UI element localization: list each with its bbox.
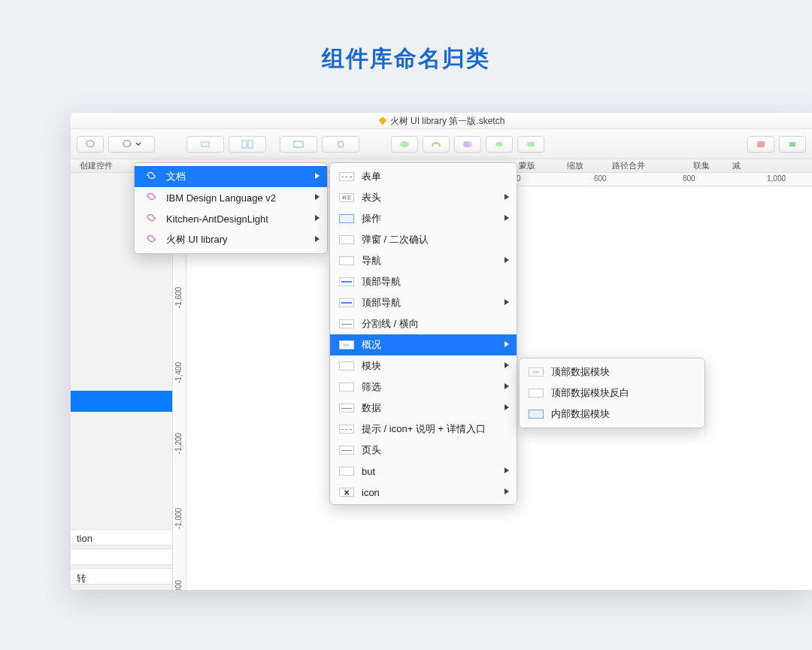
submenu-arrow-icon [504, 362, 509, 368]
menu-item[interactable]: 顶部数据模块反白 [520, 382, 704, 404]
svg-rect-2 [242, 141, 247, 148]
submenu-arrow-icon [504, 215, 509, 221]
menu-item-label: 内部数据模块 [551, 407, 610, 421]
submenu-arrow-icon [315, 236, 320, 242]
menu-item-label: but [362, 466, 375, 477]
combine-button[interactable] [454, 136, 481, 153]
menu-item[interactable]: 内部数据模块 [520, 404, 704, 425]
library-link-icon [144, 234, 159, 245]
titlebar: 火树 UI library 第一版.sketch [71, 113, 812, 129]
menu-item[interactable]: 分割线 / 横向 [330, 313, 517, 334]
symbol-thumbnail-icon [339, 193, 354, 202]
library-icon [146, 192, 156, 204]
symbol-thumbnail-icon [529, 410, 544, 419]
menu-item[interactable]: 表头 [330, 187, 517, 208]
toolbar [71, 129, 812, 159]
menu-item[interactable]: 顶部导航 [330, 271, 517, 292]
menu-item[interactable]: 弹窗 / 二次确认 [330, 229, 517, 250]
svg-point-8 [466, 141, 472, 147]
menu-item-label: icon [362, 487, 380, 498]
selected-layer[interactable] [71, 391, 172, 412]
menu-item[interactable]: 页头 [330, 440, 517, 461]
svg-marker-0 [379, 117, 386, 125]
sketch-app-icon [378, 114, 387, 123]
menu-item[interactable]: 火树 UI library [135, 229, 327, 250]
page-title: 组件库命名归类 [0, 0, 812, 104]
align-button-2[interactable] [229, 136, 266, 153]
right-button-1[interactable] [747, 136, 774, 153]
label-union: 联集 [693, 160, 710, 171]
symbol-thumbnail-icon [529, 367, 544, 376]
svg-rect-1 [201, 142, 209, 147]
submenu-arrow-icon [504, 404, 509, 410]
symbol-thumbnail-icon [339, 256, 354, 265]
align-button-1[interactable] [186, 136, 224, 153]
menu-item[interactable]: IBM Design Language v2 [135, 187, 327, 208]
transform-button-2[interactable] [322, 136, 359, 153]
menu-item-label: 弹窗 / 二次确认 [362, 233, 429, 246]
layer-row-1[interactable]: tion [71, 529, 172, 546]
menu-item-label: 筛选 [362, 380, 381, 394]
label-combine: 路径合并 [612, 160, 645, 171]
library-menu: 文档IBM Design Language v2Kitchen-AntDesig… [134, 162, 328, 254]
layer-row-2[interactable] [71, 549, 172, 565]
union-button[interactable] [486, 136, 513, 153]
menu-item[interactable]: 数据 [330, 398, 517, 419]
create-symbol-button[interactable] [77, 136, 104, 153]
symbol-thumbnail-icon [339, 172, 354, 181]
menu-item[interactable]: Kitchen-AntDesignLight [135, 208, 327, 229]
label-create: 创建控件 [80, 160, 113, 171]
menu-item[interactable]: 顶部数据模块 [520, 361, 704, 382]
menu-item[interactable]: 提示 / icon+ 说明 + 详情入口 [330, 419, 517, 440]
symbol-thumbnail-icon [339, 382, 354, 392]
transform-button-1[interactable] [280, 136, 317, 153]
menu-item[interactable]: but [330, 461, 517, 482]
menu-item[interactable]: 操作 [330, 208, 517, 229]
svg-point-5 [338, 141, 344, 147]
app-window: 火树 UI library 第一版.sketch 创建控件 蒙版 缩放 路径合并… [71, 113, 812, 590]
menu-item[interactable]: 文档 [135, 166, 327, 187]
menu-item[interactable]: 表单 [330, 166, 517, 187]
menu-item[interactable]: 模块 [330, 355, 517, 376]
chevron-down-icon [135, 141, 141, 147]
menu-item-label: 顶部导航 [362, 275, 401, 289]
symbol-thumbnail-icon [339, 319, 354, 328]
menu-item-label: 模块 [362, 359, 381, 373]
svg-point-9 [495, 142, 503, 147]
layer-row-3[interactable]: 转 [71, 568, 172, 585]
symbol-thumbnail-icon [339, 277, 354, 286]
library-link-icon [144, 171, 159, 182]
menu-item[interactable]: 顶部导航 [330, 292, 517, 313]
right-button-2[interactable] [779, 136, 806, 153]
label-scale: 缩放 [567, 160, 583, 171]
menu-item-label: 数据 [362, 401, 381, 415]
symbol-thumbnail-icon [339, 340, 354, 349]
svg-rect-3 [248, 141, 253, 148]
category-menu: 表单表头操作弹窗 / 二次确认导航顶部导航顶部导航分割线 / 横向概况模块筛选数… [329, 162, 517, 505]
svg-point-6 [400, 141, 409, 147]
svg-rect-11 [757, 141, 765, 147]
symbol-thumbnail-icon [339, 467, 354, 476]
symbol-thumbnail-icon [339, 214, 354, 223]
menu-item[interactable]: 导航 [330, 250, 517, 271]
subtract-button[interactable] [517, 136, 544, 153]
symbol-thumbnail-icon [339, 235, 354, 244]
menu-item[interactable]: icon [330, 482, 517, 503]
submenu-arrow-icon [504, 194, 509, 200]
menu-item[interactable]: 筛选 [330, 376, 517, 398]
document-title: 火树 UI library 第一版.sketch [390, 116, 505, 126]
symbol-library-dropdown[interactable] [108, 136, 155, 153]
symbol-thumbnail-icon [339, 446, 354, 455]
mask-button[interactable] [391, 136, 418, 153]
submenu-arrow-icon [504, 467, 509, 473]
scale-button[interactable] [423, 136, 450, 153]
submenu-arrow-icon [315, 173, 320, 179]
menu-item-label: 顶部数据模块 [551, 365, 610, 379]
menu-item-label: 导航 [362, 254, 381, 268]
menu-item-label: 分割线 / 横向 [362, 317, 419, 331]
submenu-arrow-icon [504, 299, 509, 305]
submenu-arrow-icon [504, 257, 509, 263]
menu-item[interactable]: 概况 [330, 334, 517, 355]
menu-item-label: 页头 [362, 443, 381, 457]
svg-rect-12 [789, 142, 795, 147]
